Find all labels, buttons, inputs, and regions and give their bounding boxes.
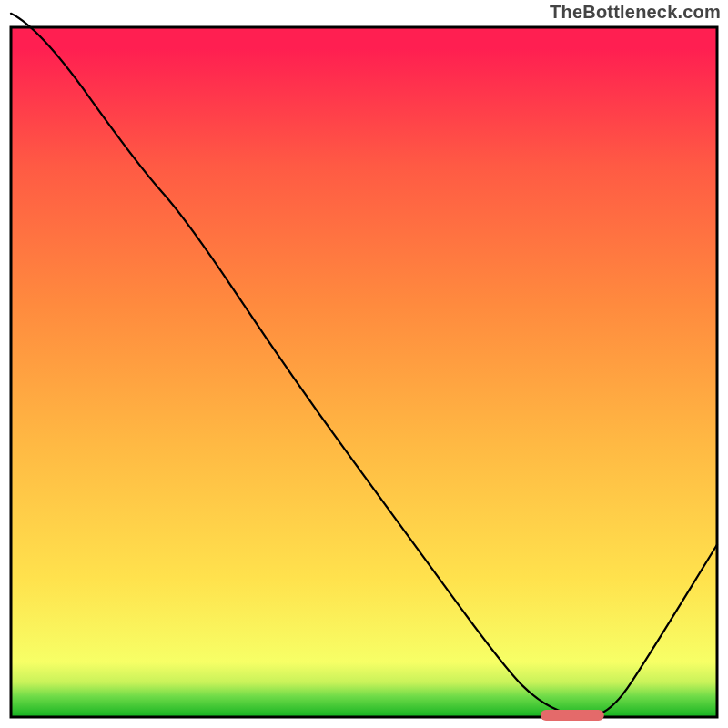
gradient-background [11, 27, 717, 717]
optimal-match-marker [541, 710, 604, 721]
chart-svg [0, 0, 728, 728]
watermark-text: TheBottleneck.com [550, 2, 721, 23]
bottleneck-chart: TheBottleneck.com [0, 0, 728, 728]
